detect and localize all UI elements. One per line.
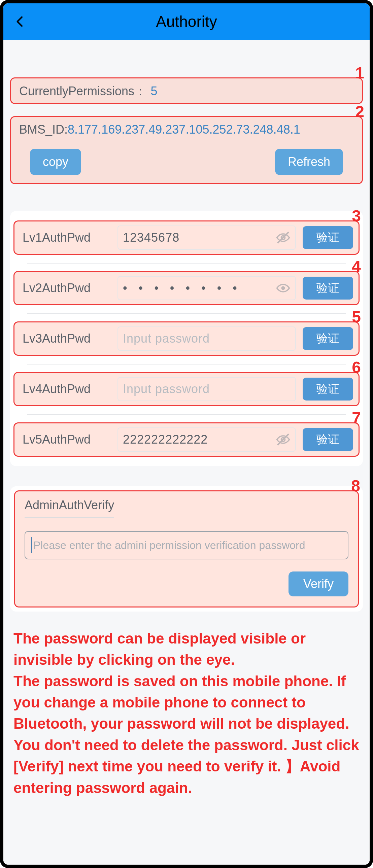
lv3-input-placeholder: Input password	[123, 332, 290, 346]
bms-id-value: 8.177.169.237.49.237.105.252.73.248.48.1	[68, 123, 300, 136]
lv1-input-value: 12345678	[123, 230, 276, 245]
lv4-label: Lv4AuthPwd	[20, 382, 118, 396]
current-permissions-panel: 1 CurrentlyPermissions： 5	[10, 78, 363, 104]
lv2-input-value: • • • • • • • •	[123, 281, 276, 295]
admin-password-input[interactable]: Please enter the admini permission verif…	[25, 531, 348, 559]
lv5-input-value: 222222222222	[123, 433, 276, 446]
app-header: Authority	[3, 3, 370, 40]
eye-off-icon[interactable]	[276, 432, 290, 447]
eye-icon[interactable]	[276, 281, 290, 296]
lv4-input-placeholder: Input password	[123, 382, 290, 396]
annotation-number: 5	[352, 308, 361, 326]
admin-verify-button[interactable]: Verify	[288, 571, 348, 596]
annotation-number: 2	[355, 102, 364, 121]
text-cursor-icon	[31, 537, 32, 553]
current-permissions-value: 5	[151, 84, 158, 98]
lv3-row: 5 Lv3AuthPwd Input password 验证	[13, 321, 360, 356]
lv3-label: Lv3AuthPwd	[20, 332, 118, 346]
password-levels-card: 3 Lv1AuthPwd 12345678 验证	[10, 211, 363, 466]
svg-point-2	[281, 286, 285, 290]
lv5-label: Lv5AuthPwd	[20, 433, 118, 446]
lv4-verify-button[interactable]: 验证	[303, 378, 353, 401]
bms-id-label: BMS_ID:	[19, 123, 68, 136]
refresh-button[interactable]: Refresh	[275, 149, 343, 175]
lv5-row: 7 Lv5AuthPwd 222222222222 验证	[13, 423, 360, 457]
annotation-number: 4	[352, 257, 361, 276]
lv1-label: Lv1AuthPwd	[20, 230, 118, 245]
lv3-verify-button[interactable]: 验证	[303, 327, 353, 350]
page-title: Authority	[3, 12, 370, 31]
back-icon[interactable]	[13, 15, 27, 28]
lv2-input[interactable]: • • • • • • • •	[118, 276, 296, 300]
annotation-number: 7	[352, 409, 361, 427]
lv2-verify-button[interactable]: 验证	[303, 277, 353, 300]
lv3-input[interactable]: Input password	[118, 327, 296, 351]
lv1-input[interactable]: 12345678	[118, 225, 296, 250]
copy-button[interactable]: copy	[30, 149, 81, 175]
admin-verify-panel: 8 AdminAuthVerify Please enter the admin…	[14, 490, 359, 608]
lv4-input[interactable]: Input password	[118, 377, 296, 401]
instruction-line-2: The password is saved on this mobile pho…	[13, 671, 360, 798]
bms-id-panel: 2 BMS_ID:8.177.169.237.49.237.105.252.73…	[10, 116, 363, 184]
annotation-number: 8	[351, 476, 360, 495]
admin-verify-card: 8 AdminAuthVerify Please enter the admin…	[10, 486, 363, 612]
admin-verify-title: AdminAuthVerify	[25, 498, 114, 518]
current-permissions-label: CurrentlyPermissions：	[19, 84, 147, 98]
admin-password-placeholder: Please enter the admini permission verif…	[33, 539, 305, 552]
instruction-text: The password can be displayed visible or…	[10, 628, 363, 798]
lv5-verify-button[interactable]: 验证	[303, 428, 353, 451]
lv5-input[interactable]: 222222222222	[118, 428, 296, 452]
lv2-label: Lv2AuthPwd	[20, 281, 118, 295]
lv1-row: 3 Lv1AuthPwd 12345678 验证	[13, 220, 360, 255]
annotation-number: 1	[355, 64, 364, 82]
lv1-verify-button[interactable]: 验证	[303, 226, 353, 249]
eye-off-icon[interactable]	[276, 230, 290, 245]
lv4-row: 6 Lv4AuthPwd Input password 验证	[13, 372, 360, 406]
annotation-number: 3	[352, 207, 361, 225]
annotation-number: 6	[352, 358, 361, 377]
instruction-line-1: The password can be displayed visible or…	[13, 628, 360, 671]
lv2-row: 4 Lv2AuthPwd • • • • • • • • 验证	[13, 271, 360, 305]
